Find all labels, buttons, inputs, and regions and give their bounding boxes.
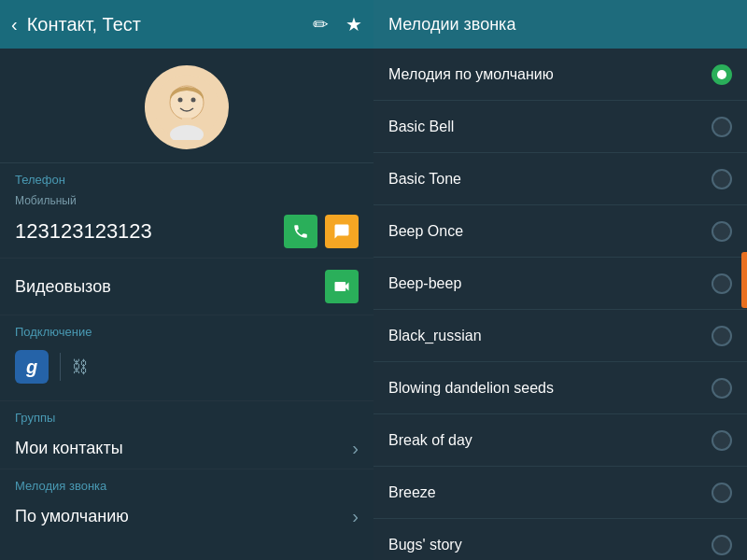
- message-icon: [333, 223, 350, 240]
- edit-icon[interactable]: ✏: [313, 13, 329, 35]
- default-ringtone-label: По умолчанию: [15, 507, 352, 526]
- my-contacts-label: Мои контакты: [15, 439, 352, 458]
- groups-label: Группы: [0, 401, 374, 428]
- radio-button[interactable]: [712, 117, 732, 137]
- ringtone-item-label: Black_russian: [388, 328, 712, 344]
- ringtone-row[interactable]: По умолчанию ›: [0, 497, 374, 537]
- ringtone-item[interactable]: Break of day: [374, 414, 747, 467]
- groups-section: Группы Мои контакты ›: [0, 401, 374, 469]
- video-call-label: Видеовызов: [15, 277, 325, 297]
- ringtone-item-label: Breeze: [388, 484, 712, 501]
- contact-name: Контакт, Тест: [27, 14, 303, 35]
- phone-icon: [292, 223, 309, 240]
- svg-point-3: [191, 98, 196, 103]
- radio-button[interactable]: [712, 221, 732, 242]
- top-bar-icons: ✏ ★: [313, 13, 362, 35]
- my-contacts-row[interactable]: Мои контакты ›: [0, 428, 374, 469]
- avatar-image: [154, 75, 219, 140]
- ringtone-section: Мелодия звонка По умолчанию ›: [0, 469, 374, 537]
- radio-button[interactable]: [712, 169, 732, 189]
- svg-rect-6: [337, 289, 340, 291]
- connection-row: g ⛓: [0, 343, 374, 391]
- chevron-right-icon: ›: [352, 438, 359, 459]
- ringtone-item-label: Basic Tone: [388, 171, 712, 188]
- ringtone-item[interactable]: Breeze: [374, 467, 747, 519]
- avatar: [145, 65, 229, 149]
- connection-label: Подключение: [0, 315, 374, 343]
- avatar-section: [0, 49, 374, 163]
- ringtone-item-label: Break of day: [388, 432, 712, 449]
- top-bar: ‹ Контакт, Тест ✏ ★: [0, 0, 374, 49]
- google-icon: g: [15, 350, 49, 384]
- right-title: Мелодии звонка: [388, 15, 515, 35]
- radio-button[interactable]: [712, 430, 732, 451]
- radio-button[interactable]: [712, 64, 732, 85]
- phone-row: 123123123123: [0, 209, 374, 259]
- message-button[interactable]: [325, 215, 359, 248]
- phone-section: Телефон Мобильный 123123123123: [0, 163, 374, 259]
- mobile-label: Мобильный: [0, 190, 374, 209]
- radio-button[interactable]: [712, 378, 732, 399]
- ringtone-item[interactable]: Blowing dandelion seeds: [374, 362, 747, 414]
- right-panel: Мелодии звонка Мелодия по умолчаниюBasic…: [374, 0, 747, 560]
- phone-number: 123123123123: [15, 219, 284, 244]
- radio-button[interactable]: [712, 273, 732, 294]
- ringtone-item-label: Basic Bell: [388, 119, 712, 135]
- ringtone-item-label: Мелодия по умолчанию: [388, 66, 712, 83]
- ringtone-item[interactable]: Basic Tone: [374, 153, 747, 205]
- radio-button[interactable]: [712, 483, 732, 503]
- video-call-button[interactable]: [325, 270, 359, 303]
- ringtone-label: Мелодия звонка: [0, 469, 374, 497]
- call-button[interactable]: [284, 215, 317, 248]
- ringtone-item-label: Bugs' story: [388, 537, 712, 553]
- google-letter: g: [26, 357, 37, 378]
- ringtone-list: Мелодия по умолчаниюBasic BellBasic Tone…: [374, 49, 747, 560]
- radio-button[interactable]: [712, 326, 732, 346]
- radio-button[interactable]: [712, 535, 732, 555]
- ringtone-item[interactable]: Beep-beep: [374, 258, 747, 310]
- phone-section-label: Телефон: [0, 163, 374, 190]
- star-icon[interactable]: ★: [345, 13, 362, 35]
- link-icon: ⛓: [72, 357, 89, 377]
- ringtone-item[interactable]: Black_russian: [374, 310, 747, 362]
- back-button[interactable]: ‹: [11, 14, 18, 35]
- left-panel: ‹ Контакт, Тест ✏ ★: [0, 0, 374, 560]
- ringtone-item-label: Blowing dandelion seeds: [388, 380, 712, 397]
- ringtone-item-label: Beep Once: [388, 223, 712, 240]
- svg-point-2: [178, 98, 183, 103]
- divider: [60, 353, 61, 381]
- ringtone-item-label: Beep-beep: [388, 275, 712, 292]
- svg-rect-4: [182, 118, 191, 125]
- right-header: Мелодии звонка: [374, 0, 747, 49]
- ringtone-item[interactable]: Мелодия по умолчанию: [374, 49, 747, 101]
- ringtone-item[interactable]: Beep Once: [374, 205, 747, 258]
- ringtone-item[interactable]: Basic Bell: [374, 101, 747, 153]
- video-icon: [332, 277, 351, 296]
- scroll-indicator: [741, 252, 747, 308]
- action-icons: [284, 215, 359, 248]
- connection-section: Подключение g ⛓: [0, 315, 374, 401]
- ringtone-chevron-icon: ›: [352, 506, 359, 527]
- video-row: Видеовызов: [0, 259, 374, 315]
- ringtone-item[interactable]: Bugs' story: [374, 519, 747, 560]
